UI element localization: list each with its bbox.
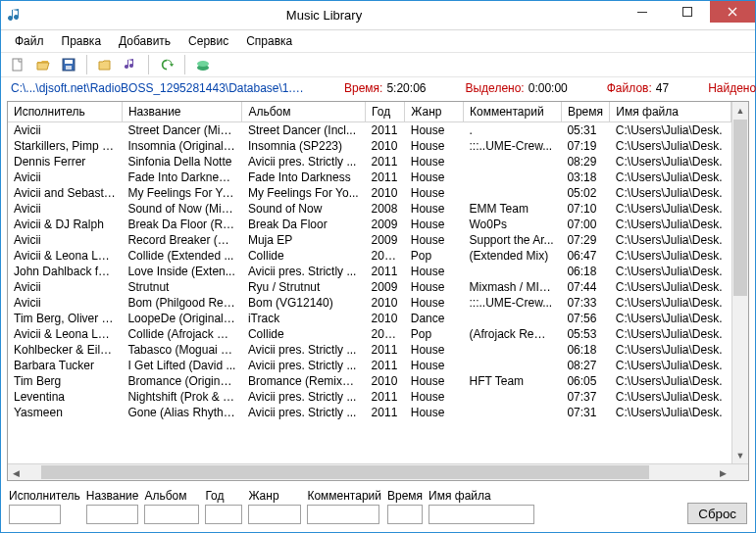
add-folder-icon[interactable] bbox=[94, 54, 116, 75]
cell-filename: C:\Users\Julia\Desk. bbox=[610, 185, 731, 201]
open-icon[interactable] bbox=[32, 54, 54, 75]
close-button[interactable] bbox=[710, 1, 755, 23]
table-row[interactable]: AviciiFade Into Darkness...Fade Into Dar… bbox=[8, 170, 731, 185]
menu-help[interactable]: Справка bbox=[238, 32, 300, 50]
table-row[interactable]: Kohlbecker & EilmesTabasco (Moguai R...A… bbox=[8, 342, 731, 358]
column-header-duration[interactable]: Время bbox=[561, 102, 609, 122]
cell-comment: (Extended Mix) bbox=[464, 248, 562, 264]
cell-title: Love Inside (Exten... bbox=[122, 264, 242, 279]
filter-year-input[interactable] bbox=[205, 505, 242, 524]
cell-album: iTrack bbox=[242, 311, 366, 326]
cell-title: I Get Lifted (David ... bbox=[122, 358, 242, 373]
table-row[interactable]: AviciiBom (Philgood Remix)Bom (VG12140)2… bbox=[8, 295, 731, 311]
cell-filename: C:\Users\Julia\Desk. bbox=[610, 217, 731, 232]
menu-add[interactable]: Добавить bbox=[111, 32, 178, 50]
cell-comment bbox=[464, 311, 562, 326]
table-row[interactable]: AviciiRecord Breaker (Ori...Muja EP2009H… bbox=[8, 232, 731, 248]
cell-artist: John Dahlback feat.... bbox=[8, 264, 122, 279]
table-row[interactable]: Dennis FerrerSinfonia Della NotteAvicii … bbox=[8, 154, 731, 170]
save-icon[interactable] bbox=[58, 54, 79, 75]
cell-title: Sinfonia Della Notte bbox=[122, 154, 242, 170]
cell-comment: Mixmash / MIX... bbox=[464, 279, 562, 295]
table-row[interactable]: Starkillers, Pimp Roc...Insomnia (Origin… bbox=[8, 138, 731, 154]
titlebar[interactable]: Music Library bbox=[1, 1, 755, 30]
filter-duration-input[interactable] bbox=[387, 505, 423, 524]
app-window: Music Library Файл Правка Добавить Серви… bbox=[0, 0, 756, 533]
cell-duration: 05:02 bbox=[561, 185, 609, 201]
cell-year: 2009 bbox=[366, 232, 405, 248]
scroll-left-icon[interactable]: ◀ bbox=[8, 464, 25, 481]
column-header-genre[interactable]: Жанр bbox=[405, 102, 464, 122]
table-row[interactable]: YasmeenGone (Alias Rhythm...Avicii pres.… bbox=[8, 405, 731, 420]
cell-title: Strutnut bbox=[122, 279, 242, 295]
cell-title: Collide (Extended ... bbox=[122, 248, 242, 264]
table-row[interactable]: Tim Berg, Oliver Ing...LoopeDe (Original… bbox=[8, 311, 731, 326]
column-header-title[interactable]: Название bbox=[122, 102, 242, 122]
filter-artist-input[interactable] bbox=[9, 505, 61, 524]
menu-service[interactable]: Сервис bbox=[180, 32, 236, 50]
horizontal-scrollbar[interactable]: ◀ ▶ bbox=[8, 463, 748, 480]
cell-filename: C:\Users\Julia\Desk. bbox=[610, 295, 731, 311]
cell-year: 201... bbox=[366, 326, 405, 342]
filter-comment-input[interactable] bbox=[307, 505, 379, 524]
window-title: Music Library bbox=[28, 8, 620, 23]
cell-title: Collide (Afrojack Re... bbox=[122, 326, 242, 342]
cell-filename: C:\Users\Julia\Desk. bbox=[610, 311, 731, 326]
table-row[interactable]: Tim BergBromance (Original ...Bromance (… bbox=[8, 373, 731, 389]
table-row[interactable]: LeventinaNightshift (Prok & F...Avicii p… bbox=[8, 389, 731, 405]
cell-title: Bromance (Original ... bbox=[122, 373, 242, 389]
column-header-filename[interactable]: Имя файла bbox=[610, 102, 731, 122]
menu-file[interactable]: Файл bbox=[7, 32, 52, 50]
scroll-thumb-h[interactable] bbox=[41, 465, 649, 479]
table-row[interactable]: AviciiSound of Now (Mic ...Sound of Now2… bbox=[8, 201, 731, 217]
found-stat: Найдено:0 bbox=[708, 81, 756, 95]
cell-comment: . bbox=[464, 122, 562, 139]
table[interactable]: ИсполнительНазваниеАльбомГодЖанрКоммента… bbox=[8, 102, 731, 463]
add-track-icon[interactable] bbox=[120, 54, 141, 75]
cell-year: 2010 bbox=[366, 311, 405, 326]
table-row[interactable]: AviciiStrutnutRyu / Strutnut2009HouseMix… bbox=[8, 279, 731, 295]
scroll-thumb[interactable] bbox=[733, 120, 747, 296]
scroll-right-icon[interactable]: ▶ bbox=[715, 464, 731, 481]
filter-genre: Жанр bbox=[248, 489, 301, 524]
table-row[interactable]: Avicii & Leona LewisCollide (Extended ..… bbox=[8, 248, 731, 264]
filter-title-input[interactable] bbox=[86, 505, 138, 524]
table-row[interactable]: Barbara TuckerI Get Lifted (David ...Avi… bbox=[8, 358, 731, 373]
cell-title: Bom (Philgood Remix) bbox=[122, 295, 242, 311]
table-row[interactable]: Avicii and Sebastien ...My Feelings For … bbox=[8, 185, 731, 201]
table-row[interactable]: John Dahlback feat....Love Inside (Exten… bbox=[8, 264, 731, 279]
path-link[interactable]: C:\...\djsoft.net\RadioBOSS_1295281443\D… bbox=[11, 81, 305, 95]
column-header-artist[interactable]: Исполнитель bbox=[8, 102, 122, 122]
cell-year: 2011 bbox=[366, 342, 405, 358]
table-row[interactable]: Avicii & DJ RalphBreak Da Floor (Ro...Br… bbox=[8, 217, 731, 232]
menu-edit[interactable]: Правка bbox=[54, 32, 110, 50]
refresh-icon[interactable] bbox=[156, 54, 177, 75]
cell-artist: Starkillers, Pimp Roc... bbox=[8, 138, 122, 154]
cell-comment bbox=[464, 358, 562, 373]
filter-title: Название bbox=[86, 489, 139, 524]
reset-button[interactable]: Сброс bbox=[687, 503, 747, 524]
filter-filename-input[interactable] bbox=[428, 505, 534, 524]
maximize-button[interactable] bbox=[665, 1, 710, 23]
cell-genre: House bbox=[405, 138, 464, 154]
scroll-corner bbox=[731, 464, 748, 480]
cell-year: 2011 bbox=[366, 358, 405, 373]
vertical-scrollbar[interactable]: ▲ ▼ bbox=[731, 102, 748, 463]
help-icon[interactable] bbox=[192, 54, 214, 75]
filter-genre-input[interactable] bbox=[248, 505, 301, 524]
filter-duration: Время bbox=[387, 489, 423, 524]
filter-album-input[interactable] bbox=[144, 505, 199, 524]
new-icon[interactable] bbox=[7, 54, 28, 75]
cell-filename: C:\Users\Julia\Desk. bbox=[610, 248, 731, 264]
table-row[interactable]: Avicii & Leona LewisCollide (Afrojack Re… bbox=[8, 326, 731, 342]
cell-comment bbox=[464, 389, 562, 405]
cell-duration: 06:18 bbox=[561, 342, 609, 358]
column-header-album[interactable]: Альбом bbox=[242, 102, 366, 122]
scroll-up-icon[interactable]: ▲ bbox=[732, 102, 748, 119]
column-header-year[interactable]: Год bbox=[366, 102, 405, 122]
minimize-button[interactable] bbox=[620, 1, 665, 23]
scroll-down-icon[interactable]: ▼ bbox=[732, 447, 748, 463]
column-header-comment[interactable]: Комментарий bbox=[464, 102, 562, 122]
cell-title: Nightshift (Prok & F... bbox=[122, 389, 242, 405]
table-row[interactable]: AviciiStreet Dancer (Mid...Street Dancer… bbox=[8, 122, 731, 139]
